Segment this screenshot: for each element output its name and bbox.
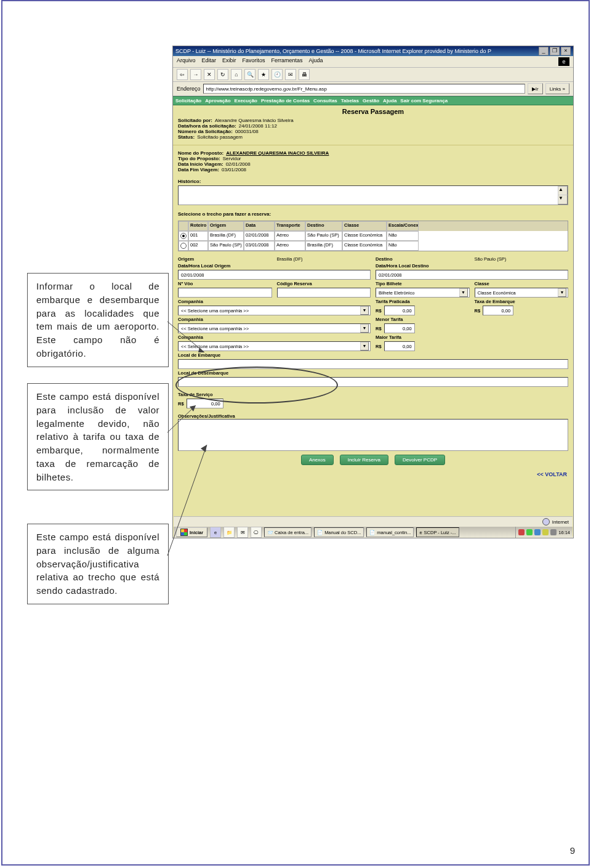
reserva-form: Origem Brasília (DF) Destino São Paulo (…: [178, 256, 568, 419]
select-companhia-1[interactable]: << Selecione uma companhia >>▼: [178, 306, 371, 315]
close-button[interactable]: ×: [561, 47, 571, 55]
input-taxa-embarque[interactable]: 0,00: [483, 306, 513, 315]
input-local-desembarque[interactable]: [178, 377, 568, 387]
th-classe: Classe: [342, 221, 387, 231]
quick-launch-icon[interactable]: 🖵: [251, 527, 262, 538]
window-buttons: _ ❐ ×: [539, 47, 571, 55]
menu-ferramentas[interactable]: Ferramentas: [271, 57, 303, 66]
quick-launch-icon[interactable]: e: [210, 527, 221, 538]
radio-row-2[interactable]: [180, 243, 187, 249]
table-row[interactable]: 002 São Paulo (SP) 03/01/2008 Aéreo Bras…: [179, 241, 568, 251]
td-origem: São Paulo (SP): [208, 241, 244, 251]
ie-logo-icon: e: [558, 57, 569, 66]
td-data: 02/01/2008: [244, 231, 275, 241]
callout-local-embarque: Informar o local de embarque e desembarq…: [27, 273, 169, 367]
tray-icon[interactable]: [526, 529, 533, 535]
minimize-button[interactable]: _: [539, 47, 549, 55]
lbl-dhlo: Data/Hora Local Origem: [178, 263, 371, 269]
links-button[interactable]: Links »: [545, 83, 569, 94]
nav-tabelas[interactable]: Tabelas: [341, 98, 359, 103]
menu-ajuda[interactable]: Ajuda: [309, 57, 323, 66]
stop-icon[interactable]: ✕: [204, 69, 215, 80]
lbl-origem: Origem: [178, 256, 272, 262]
nav-aprovacao[interactable]: Aprovação: [205, 98, 230, 103]
tray-icon[interactable]: [542, 529, 549, 535]
radio-row-1[interactable]: [180, 233, 187, 239]
table-row[interactable]: 001 Brasília (DF) 02/01/2008 Aéreo São P…: [179, 231, 568, 241]
nav-consultas[interactable]: Consultas: [313, 98, 337, 103]
home-icon[interactable]: ⌂: [231, 69, 242, 80]
nav-gestao[interactable]: Gestão: [363, 98, 379, 103]
search-icon[interactable]: 🔍: [244, 69, 255, 80]
maximize-button[interactable]: ❐: [550, 47, 560, 55]
go-button[interactable]: ▶ Ir: [528, 83, 543, 94]
page-title: Reserva Passagem: [173, 105, 573, 116]
val-data-inicio: 02/01/2008: [226, 161, 251, 167]
chevron-down-icon: ▼: [459, 288, 468, 297]
scroll-down-icon[interactable]: ▼: [558, 195, 568, 205]
input-taxa-servico[interactable]: 0,00: [187, 399, 223, 408]
action-buttons: Anexos Incluir Reserva Devolver PCDP: [178, 455, 568, 465]
task-button[interactable]: 📨Caixa de entra...: [264, 527, 312, 537]
refresh-icon[interactable]: ↻: [217, 69, 228, 80]
forward-icon[interactable]: →: [190, 69, 201, 80]
nav-sair[interactable]: Sair com Segurança: [400, 98, 448, 103]
back-icon[interactable]: ⇦: [177, 69, 188, 80]
lbl-dhld: Data/Hora Local Destino: [376, 263, 568, 269]
anexos-button[interactable]: Anexos: [301, 455, 334, 465]
select-classe[interactable]: Classe Econômica▼: [475, 288, 569, 298]
historico-box[interactable]: ▲ ▼: [178, 185, 568, 205]
input-dhlo[interactable]: 02/01/2008: [178, 270, 371, 280]
favorites-icon[interactable]: ★: [258, 69, 269, 80]
select-companhia-2[interactable]: << Selecione uma companhia >>▼: [178, 323, 371, 333]
lbl-local-embarque: Local de Embarque: [178, 352, 568, 358]
devolver-pcdp-button[interactable]: Devolver PCDP: [395, 455, 445, 465]
menu-exibir[interactable]: Exibir: [222, 57, 236, 66]
nav-ajuda[interactable]: Ajuda: [383, 98, 396, 103]
lbl-observacoes: Observações/Justificativa: [178, 413, 568, 419]
nav-solicitacao[interactable]: Solicitação: [175, 98, 201, 103]
cur: R$: [376, 308, 382, 314]
tray-icon[interactable]: [534, 529, 541, 535]
val-solicitado-por: Alexandre Quaresma Inácio Silveira: [215, 118, 294, 123]
val-nome-proposto[interactable]: ALEXANDRE QUARESMA INACIO SILVEIRA: [226, 150, 329, 156]
task-button[interactable]: eSCDP - Luiz -...: [416, 527, 459, 537]
cur: R$: [376, 344, 382, 349]
start-button[interactable]: Iniciar: [176, 527, 207, 537]
tray-icon[interactable]: [550, 529, 557, 535]
menu-arquivo[interactable]: Arquivo: [177, 57, 196, 66]
lbl-classe: Classe: [475, 281, 569, 286]
page-number: 9: [570, 845, 575, 856]
url-input[interactable]: http://www.treinascdp.redegoverno.gov.br…: [203, 84, 525, 94]
system-tray: 16:14: [515, 527, 570, 538]
task-button[interactable]: 📄manual_contin...: [366, 527, 414, 537]
td-transporte: Aéreo: [275, 231, 305, 241]
input-local-embarque[interactable]: [178, 359, 568, 369]
select-companhia-3[interactable]: << Selecione uma companhia >>▼: [178, 341, 371, 351]
menu-favoritos[interactable]: Favoritos: [243, 57, 265, 66]
quick-launch-icon[interactable]: ✉: [237, 527, 248, 538]
textarea-observacoes[interactable]: [178, 419, 568, 451]
td-escala: Não: [387, 231, 419, 241]
input-codres[interactable]: [277, 288, 371, 298]
input-tarifa-praticada[interactable]: 0,00: [384, 306, 415, 315]
input-dhld[interactable]: 02/01/2008: [376, 270, 568, 280]
history-icon[interactable]: 🕘: [271, 69, 283, 80]
select-tipobilhete[interactable]: Bilhete Eletrônico▼: [376, 288, 470, 298]
mail-icon[interactable]: ✉: [285, 69, 296, 80]
input-maior-tarifa[interactable]: 0,00: [384, 341, 415, 351]
voltar-link[interactable]: << VOLTAR: [173, 469, 573, 480]
nav-execucao[interactable]: Execução: [235, 98, 257, 103]
task-button[interactable]: 📄Manual do SCD...: [314, 527, 364, 537]
incluir-reserva-button[interactable]: Incluir Reserva: [340, 455, 388, 465]
input-menor-tarifa[interactable]: 0,00: [384, 323, 415, 333]
menu-editar[interactable]: Editar: [202, 57, 217, 66]
lbl-taxa-embarque: Taxa de Embarque: [475, 299, 569, 304]
nav-prestacao[interactable]: Prestação de Contas: [261, 98, 310, 103]
input-nvoo[interactable]: [178, 288, 272, 298]
print-icon[interactable]: 🖶: [299, 69, 310, 80]
tray-icon[interactable]: [518, 529, 525, 535]
quick-launch-icon[interactable]: 📁: [223, 527, 235, 538]
chevron-down-icon: ▼: [360, 324, 369, 333]
url-text: http://www.treinascdp.redegoverno.gov.br…: [206, 86, 327, 92]
